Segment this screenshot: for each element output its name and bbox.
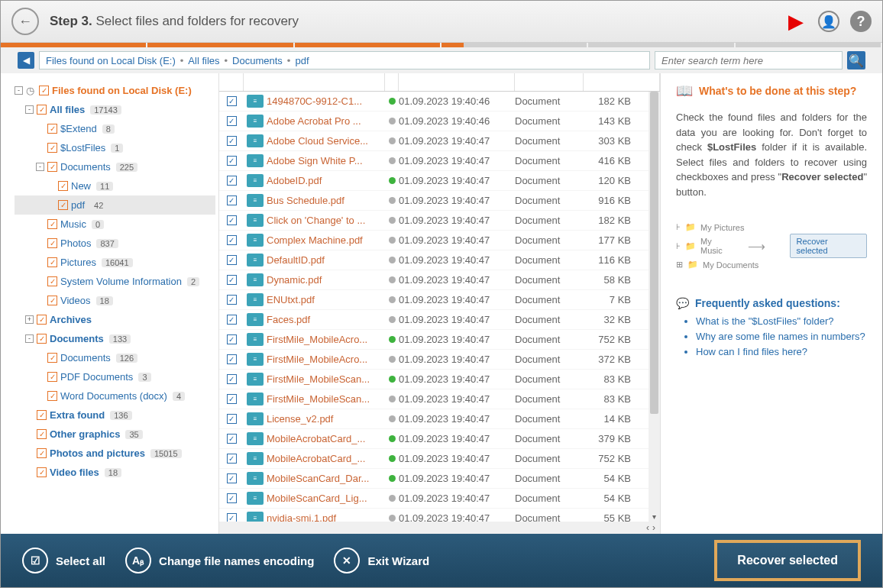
tree-node[interactable]: -✓All files17143: [15, 100, 215, 119]
tree-checkbox[interactable]: ✓: [47, 296, 57, 305]
breadcrumb[interactable]: Files found on Local Disk (E:)• All file…: [39, 51, 650, 69]
file-row[interactable]: ✓≡ENUtxt.pdf01.09.2023 19:40:47Document7…: [219, 290, 660, 310]
faq-link[interactable]: How can I find files here?: [696, 346, 867, 357]
tree-checkbox[interactable]: ✓: [47, 353, 57, 363]
file-row[interactable]: ✓≡AdobeID.pdf01.09.2023 19:40:47Document…: [219, 171, 660, 191]
tree-toggle-icon[interactable]: +: [25, 315, 34, 324]
file-row[interactable]: ✓≡Adobe Cloud Service...01.09.2023 19:40…: [219, 131, 660, 151]
file-checkbox[interactable]: ✓: [227, 255, 237, 265]
file-checkbox[interactable]: ✓: [227, 473, 237, 483]
file-row[interactable]: ✓≡MobileAcrobatCard_...01.09.2023 19:40:…: [219, 449, 660, 469]
file-row[interactable]: ✓≡Complex Machine.pdf01.09.2023 19:40:47…: [219, 231, 660, 250]
tree-node[interactable]: +✓Documents126: [15, 348, 215, 367]
tree-node[interactable]: +✓Videos18: [15, 291, 215, 310]
file-list-body[interactable]: ✓≡1494870C-9912-C1...01.09.2023 19:40:46…: [219, 92, 660, 522]
file-list-header[interactable]: [219, 73, 660, 92]
tree-checkbox[interactable]: ✓: [37, 467, 47, 477]
tree-node[interactable]: +✓Archives: [15, 310, 215, 329]
crumb-part[interactable]: Files found on Local Disk (E:): [46, 55, 176, 66]
folder-tree[interactable]: -✓Files found on Local Disk (E:)-✓All fi…: [1, 73, 218, 534]
file-row[interactable]: ✓≡Adobe Sign White P...01.09.2023 19:40:…: [219, 151, 660, 171]
tree-node[interactable]: +✓Video files18: [15, 463, 215, 482]
file-checkbox[interactable]: ✓: [227, 334, 237, 344]
file-row[interactable]: ✓≡MobileScanCard_Lig...01.09.2023 19:40:…: [219, 489, 660, 509]
scroll-down-icon[interactable]: ▾: [649, 511, 660, 522]
tree-checkbox[interactable]: ✓: [58, 200, 68, 210]
tree-node[interactable]: +✓New11: [15, 176, 215, 195]
file-row[interactable]: ✓≡Adobe Acrobat Pro ...01.09.2023 19:40:…: [219, 111, 660, 131]
tree-toggle-icon[interactable]: -: [15, 86, 23, 95]
file-row[interactable]: ✓≡FirstMile_MobileAcro...01.09.2023 19:4…: [219, 330, 660, 350]
file-row[interactable]: ✓≡Faces.pdf01.09.2023 19:40:47Document32…: [219, 310, 660, 330]
tree-node[interactable]: +✓$LostFiles1: [15, 138, 215, 157]
file-checkbox[interactable]: ✓: [227, 454, 237, 464]
file-row[interactable]: ✓≡Dynamic.pdf01.09.2023 19:40:47Document…: [219, 270, 660, 290]
tree-node[interactable]: +✓System Volume Information2: [15, 272, 215, 291]
select-all-button[interactable]: ☑ Select all: [22, 548, 105, 573]
tree-node[interactable]: +✓Pictures16041: [15, 253, 215, 272]
tree-checkbox[interactable]: ✓: [37, 429, 47, 439]
tree-checkbox[interactable]: ✓: [47, 372, 57, 382]
exit-wizard-button[interactable]: ✕ Exit Wizard: [334, 548, 429, 573]
tree-node[interactable]: -✓Files found on Local Disk (E:): [15, 81, 215, 100]
tree-checkbox[interactable]: ✓: [47, 276, 57, 286]
search-button[interactable]: 🔍: [847, 51, 865, 69]
tree-node[interactable]: +✓pdf42: [15, 195, 215, 215]
tree-node[interactable]: +✓Other graphics35: [15, 425, 215, 444]
back-button[interactable]: ←: [11, 8, 39, 35]
file-checkbox[interactable]: ✓: [227, 315, 237, 325]
horizontal-scroll-footer[interactable]: ‹›: [219, 522, 660, 534]
tree-node[interactable]: +✓Photos and pictures15015: [15, 444, 215, 463]
file-checkbox[interactable]: ✓: [227, 374, 237, 384]
tree-checkbox[interactable]: ✓: [37, 334, 47, 344]
change-encoding-button[interactable]: Aᵦ Change file names encoding: [125, 548, 314, 573]
file-checkbox[interactable]: ✓: [227, 176, 237, 186]
tree-node[interactable]: -✓Documents133: [15, 329, 215, 348]
scrollbar-thumb[interactable]: [650, 92, 658, 414]
file-row[interactable]: ✓≡DefaultID.pdf01.09.2023 19:40:47Docume…: [219, 250, 660, 270]
recover-selected-button[interactable]: Recover selected: [714, 540, 861, 581]
tree-checkbox[interactable]: ✓: [37, 105, 47, 115]
file-checkbox[interactable]: ✓: [227, 493, 237, 503]
tree-node[interactable]: +✓PDF Documents3: [15, 367, 215, 386]
file-row[interactable]: ✓≡nvidia-smi.1.pdf01.09.2023 19:40:47Doc…: [219, 509, 660, 522]
tree-toggle-icon[interactable]: -: [25, 105, 34, 114]
crumb-part[interactable]: Documents: [232, 55, 283, 66]
file-checkbox[interactable]: ✓: [227, 513, 237, 522]
file-checkbox[interactable]: ✓: [227, 195, 237, 205]
tree-node[interactable]: +✓Music0: [15, 215, 215, 234]
tree-checkbox[interactable]: ✓: [47, 162, 57, 172]
file-checkbox[interactable]: ✓: [227, 136, 237, 146]
tree-checkbox[interactable]: ✓: [47, 124, 57, 134]
tree-checkbox[interactable]: ✓: [37, 410, 47, 420]
search-input[interactable]: [655, 51, 843, 69]
youtube-icon[interactable]: ▶: [784, 10, 807, 33]
tree-checkbox[interactable]: ✓: [39, 86, 49, 95]
file-checkbox[interactable]: ✓: [227, 116, 237, 126]
tree-toggle-icon[interactable]: -: [36, 163, 44, 171]
faq-link[interactable]: What is the "$LostFiles" folder?: [696, 315, 867, 327]
file-row[interactable]: ✓≡Click on 'Change' to ...01.09.2023 19:…: [219, 211, 660, 231]
file-row[interactable]: ✓≡FirstMile_MobileScan...01.09.2023 19:4…: [219, 389, 660, 409]
tree-node[interactable]: +✓$Extend8: [15, 119, 215, 138]
file-checkbox[interactable]: ✓: [227, 96, 237, 106]
vertical-scrollbar[interactable]: ▴ ▾: [649, 92, 660, 522]
file-checkbox[interactable]: ✓: [227, 156, 237, 166]
tree-node[interactable]: +✓Word Documents (docx)4: [15, 386, 215, 405]
tree-node[interactable]: -✓Documents225: [15, 157, 215, 176]
breadcrumb-back-button[interactable]: ◀: [18, 52, 34, 69]
tree-checkbox[interactable]: ✓: [37, 448, 47, 458]
crumb-part[interactable]: All files: [188, 55, 219, 66]
file-checkbox[interactable]: ✓: [227, 215, 237, 225]
file-row[interactable]: ✓≡FirstMile_MobileScan...01.09.2023 19:4…: [219, 370, 660, 389]
tree-toggle-icon[interactable]: -: [25, 334, 34, 343]
file-checkbox[interactable]: ✓: [227, 295, 237, 305]
file-row[interactable]: ✓≡License_v2.pdf01.09.2023 19:40:47Docum…: [219, 409, 660, 429]
file-checkbox[interactable]: ✓: [227, 414, 237, 424]
tree-node[interactable]: +✓Extra found136: [15, 405, 215, 425]
tree-checkbox[interactable]: ✓: [47, 143, 57, 153]
account-icon[interactable]: 👤: [818, 11, 839, 32]
tree-checkbox[interactable]: ✓: [47, 257, 57, 267]
file-row[interactable]: ✓≡MobileScanCard_Dar...01.09.2023 19:40:…: [219, 469, 660, 489]
file-checkbox[interactable]: ✓: [227, 275, 237, 285]
